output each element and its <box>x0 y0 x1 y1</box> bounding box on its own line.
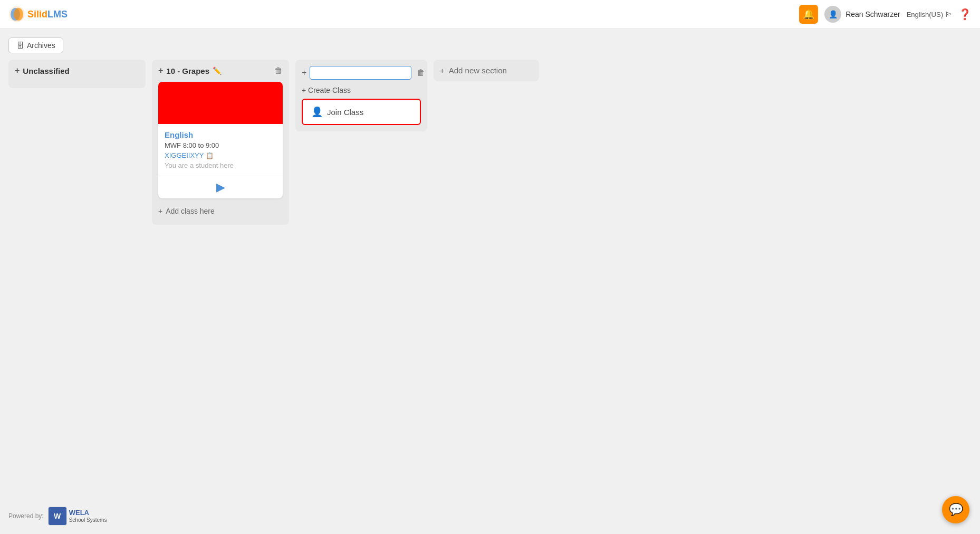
play-icon: ▶ <box>216 180 225 194</box>
card-body: English MWF 8:00 to 9:00 XIGGEIIXYY 📋 Yo… <box>158 124 283 176</box>
card-code-text: XIGGEIIXYY <box>165 151 204 159</box>
header: SilidLMS 🔔 👤 Rean Schwarzer English(US) … <box>0 0 980 29</box>
archive-icon: 🗄 <box>16 41 24 50</box>
column-grapes-label: 10 - Grapes <box>166 66 209 75</box>
wela-name: WELA <box>69 509 107 517</box>
column-unclassified-title: + Unclassified <box>15 66 70 75</box>
new-section-column: + 🗑 + Create Class 👤 Join Class <box>295 60 427 131</box>
archives-label: Archives <box>27 41 55 50</box>
play-button[interactable]: ▶ <box>216 180 225 194</box>
card-banner <box>158 82 283 124</box>
card-footer: ▶ <box>158 176 283 198</box>
wela-sub: School Systems <box>69 517 107 523</box>
add-new-section-button[interactable]: + Add new section <box>434 66 513 75</box>
notification-button[interactable]: 🔔 <box>799 5 818 24</box>
delete-icon[interactable]: 🗑 <box>274 66 283 75</box>
footer: Powered by: W WELA School Systems <box>8 507 107 526</box>
copy-icon[interactable]: 📋 <box>206 152 214 159</box>
wela-logo: W WELA School Systems <box>48 507 107 526</box>
edit-icon[interactable]: ✏️ <box>213 66 222 75</box>
person-icon: 👤 <box>829 10 838 18</box>
logo-icon <box>8 6 25 23</box>
add-new-section-area: + Add new section <box>434 60 539 81</box>
join-class-button[interactable]: 👤 Join Class <box>302 99 421 125</box>
user-info[interactable]: 👤 Rean Schwarzer <box>824 6 900 23</box>
new-section-header: + 🗑 <box>302 66 421 80</box>
card-schedule: MWF 8:00 to 9:00 <box>165 141 276 149</box>
add-class-label: Add class here <box>166 207 215 215</box>
card-code: XIGGEIIXYY 📋 <box>165 151 276 159</box>
help-button[interactable]: ❓ <box>958 8 972 21</box>
column-unclassified-header: + Unclassified <box>15 66 139 75</box>
section-name-input[interactable] <box>310 66 411 80</box>
class-card-english: English MWF 8:00 to 9:00 XIGGEIIXYY 📋 Yo… <box>158 82 283 198</box>
columns-container: + Unclassified + 10 - Grapes ✏️ 🗑 Englis… <box>8 60 972 225</box>
column-unclassified: + Unclassified <box>8 60 146 88</box>
language-label: English(US) <box>907 11 943 18</box>
add-class-button[interactable]: + Add class here <box>158 204 283 218</box>
new-section-options: + Create Class 👤 Join Class <box>302 86 421 125</box>
join-class-label: Join Class <box>327 108 363 117</box>
plus-icon-add: + <box>158 207 162 215</box>
chat-icon: 💬 <box>949 503 963 517</box>
person-plus-icon: 👤 <box>311 106 323 118</box>
chat-fab-button[interactable]: 💬 <box>942 496 969 523</box>
wela-icon: W <box>48 507 67 526</box>
column-grapes-title: + 10 - Grapes ✏️ <box>158 66 222 75</box>
question-circle-icon: ❓ <box>958 8 972 21</box>
svg-point-2 <box>14 8 23 21</box>
archives-section: 🗄 Archives <box>8 37 972 53</box>
language-selector[interactable]: English(US) 🏳 <box>907 11 952 18</box>
wela-initial: W <box>54 512 61 520</box>
column-unclassified-label: Unclassified <box>23 66 69 75</box>
logo-text: SilidLMS <box>27 9 68 20</box>
section-delete-icon[interactable]: 🗑 <box>417 68 425 78</box>
create-class-button[interactable]: + Create Class <box>302 86 421 94</box>
create-class-label: + Create Class <box>302 86 351 94</box>
wela-text: WELA School Systems <box>69 509 107 522</box>
avatar: 👤 <box>824 6 841 23</box>
column-grapes: + 10 - Grapes ✏️ 🗑 English MWF 8:00 to 9… <box>152 60 289 225</box>
powered-by-text: Powered by: <box>8 512 44 520</box>
plus-icon[interactable]: + <box>15 66 20 75</box>
flag-icon: 🏳 <box>945 11 952 18</box>
logo: SilidLMS <box>8 6 68 23</box>
header-right: 🔔 👤 Rean Schwarzer English(US) 🏳 ❓ <box>799 5 972 24</box>
card-role: You are a student here <box>165 161 276 169</box>
bell-icon: 🔔 <box>803 8 814 20</box>
plus-icon-section: + <box>440 66 445 75</box>
card-title[interactable]: English <box>165 130 276 139</box>
user-name: Rean Schwarzer <box>846 10 900 18</box>
main-content: 🗄 Archives + Unclassified + 10 - Grapes … <box>0 29 980 233</box>
archives-button[interactable]: 🗄 Archives <box>8 37 63 53</box>
column-grapes-header: + 10 - Grapes ✏️ 🗑 <box>158 66 283 75</box>
plus-icon-grapes[interactable]: + <box>158 66 163 75</box>
add-new-section-label: Add new section <box>449 66 507 75</box>
plus-icon-new: + <box>302 68 306 78</box>
